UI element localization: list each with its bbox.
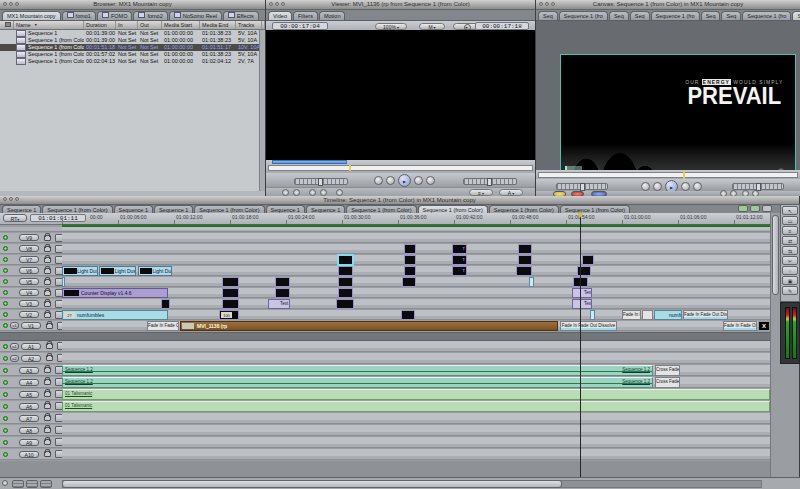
viewer-playhead-icon[interactable]	[349, 165, 351, 171]
browser-scrollbar[interactable]	[259, 30, 265, 191]
tool-pen-button[interactable]: ✎	[782, 286, 798, 295]
column-header[interactable]: Goo	[262, 21, 265, 29]
timeline-clip[interactable]: Text	[572, 288, 592, 298]
lock-icon[interactable]	[46, 343, 53, 349]
next-edit-button[interactable]	[681, 182, 690, 191]
track-lane-A8[interactable]	[62, 425, 770, 436]
mark-clip-button[interactable]	[293, 189, 300, 196]
timeline-clip[interactable]: Sequence 1.2Sequence 1.2	[62, 365, 653, 376]
lock-icon[interactable]	[44, 279, 51, 285]
track-label-button[interactable]: V2	[19, 311, 39, 318]
track-lane-V9[interactable]	[62, 233, 770, 243]
browser-titlebar[interactable]: Browser: MX1 Mountain copy	[0, 0, 265, 10]
lock-icon[interactable]	[44, 439, 51, 445]
timeline-clip[interactable]: 01 Talismanic	[62, 389, 770, 400]
viewer-zoom-popup[interactable]: 100%	[375, 23, 407, 30]
source-patch-button[interactable]: a1	[10, 343, 19, 350]
audible-toggle[interactable]	[3, 368, 8, 373]
timeline-clip[interactable]	[590, 310, 595, 320]
play-in-to-out-button[interactable]	[386, 176, 395, 185]
mark-in-out-button[interactable]	[336, 189, 343, 196]
column-header[interactable]: Name▾	[14, 21, 84, 29]
browser-tab[interactable]: fomo1	[62, 11, 96, 20]
track-label-button[interactable]: A3	[19, 367, 39, 374]
track-label-button[interactable]: A6	[19, 403, 39, 410]
timeline-clip[interactable]	[222, 277, 239, 287]
tool-razor-blade-button[interactable]: ✂	[782, 256, 798, 265]
viewer-tab[interactable]: Filters	[293, 11, 318, 20]
tool-selection-button[interactable]: ↖	[782, 206, 798, 215]
recent-clips-popup[interactable]: ≡	[469, 189, 493, 196]
lock-icon[interactable]	[44, 451, 51, 457]
row-disclosure[interactable]	[0, 37, 14, 44]
timeline-clip[interactable]	[336, 299, 354, 309]
previous-edit-button[interactable]	[374, 176, 383, 185]
canvas-tab[interactable]: Seq	[538, 11, 558, 20]
tool-edit-selection-button[interactable]: ▭	[782, 216, 798, 225]
audible-toggle[interactable]	[3, 416, 8, 421]
match-frame-button[interactable]	[282, 189, 289, 196]
track-lane-V10[interactable]	[62, 227, 770, 232]
timeline-clip[interactable]: X	[758, 321, 770, 331]
timeline-clip[interactable]: 100	[219, 310, 239, 320]
tool-group-selection-button[interactable]: ≡	[782, 226, 798, 235]
track-lane-A9[interactable]	[62, 437, 770, 448]
browser-tab[interactable]: Effects	[223, 11, 259, 20]
next-edit-button[interactable]	[414, 176, 423, 185]
visible-toggle[interactable]	[3, 312, 8, 317]
timeline-clip[interactable]	[516, 266, 532, 276]
track-lane-A10[interactable]	[62, 449, 770, 460]
audible-toggle[interactable]	[3, 344, 8, 349]
track-label-button[interactable]: A8	[19, 427, 39, 434]
track-lane-V8[interactable]	[62, 244, 770, 254]
jog-control[interactable]	[294, 178, 348, 185]
visible-toggle[interactable]	[3, 290, 8, 295]
clip-keyframes-toggle[interactable]	[2, 480, 8, 486]
browser-tab[interactable]: FOMO	[97, 11, 133, 20]
browser-tab[interactable]: MX1 Mountain copy	[2, 11, 61, 20]
add-marker-button[interactable]	[320, 189, 327, 196]
play-in-to-out-button[interactable]	[653, 182, 662, 191]
viewer-titlebar[interactable]: Viewer: MVI_1136 (rp from Sequence 1 (fr…	[266, 0, 535, 10]
viewer-video-area[interactable]	[266, 30, 535, 160]
timeline-playhead[interactable]	[580, 213, 581, 477]
timeline-option-button[interactable]	[750, 205, 760, 212]
play-button[interactable]: ▶	[398, 174, 411, 187]
audible-toggle[interactable]	[3, 356, 8, 361]
timeline-clip[interactable]: T	[452, 255, 467, 265]
lock-icon[interactable]	[44, 257, 51, 263]
timeline-clip[interactable]: Counter Display v1.4.6	[62, 288, 168, 298]
source-patch-button[interactable]: a2	[10, 355, 19, 362]
timeline-clip[interactable]: 01 Talismanic	[62, 401, 770, 412]
timeline-clip[interactable]: 27numfumbles	[62, 310, 168, 320]
audible-toggle[interactable]	[3, 392, 8, 397]
track-height-toggle[interactable]	[26, 480, 38, 488]
source-patch-button[interactable]: v1	[10, 322, 19, 329]
loop-button[interactable]	[426, 176, 435, 185]
timeline-clip[interactable]	[275, 277, 290, 287]
timeline-clip[interactable]	[582, 255, 594, 265]
timeline-clip[interactable]: Sequence 1.2Sequence 1.2	[62, 377, 653, 388]
timeline-clip[interactable]: Cross Fade (	[655, 377, 680, 388]
column-header[interactable]: Out	[138, 21, 162, 29]
audio-controls-toggle[interactable]	[40, 480, 52, 488]
track-divider[interactable]	[0, 332, 770, 341]
browser-row[interactable]: Sequence 1 (from Color)00:02:04:13Not Se…	[0, 58, 265, 65]
track-label-button[interactable]: V3	[19, 300, 39, 307]
lock-icon[interactable]	[44, 427, 51, 433]
timeline-clip[interactable]: Light Dus	[138, 266, 172, 276]
timeline-clip[interactable]: Cross Fade (	[655, 365, 680, 376]
timeline-clip[interactable]	[529, 277, 534, 287]
audible-toggle[interactable]	[3, 452, 8, 457]
timeline-clip[interactable]: Text	[572, 299, 592, 309]
track-label-button[interactable]: V1	[21, 322, 41, 329]
visible-toggle[interactable]	[3, 235, 8, 240]
column-header[interactable]: Media End	[200, 21, 236, 29]
browser-tab[interactable]: fomo2	[133, 11, 167, 20]
lock-icon[interactable]	[46, 323, 53, 329]
row-disclosure[interactable]	[0, 30, 14, 37]
track-label-button[interactable]: V9	[19, 234, 39, 241]
timeline-clip[interactable]	[518, 255, 532, 265]
rt-popup[interactable]: RT	[3, 214, 27, 222]
timeline-clip[interactable]: Fade In Fade Out Dissolve	[560, 321, 617, 331]
